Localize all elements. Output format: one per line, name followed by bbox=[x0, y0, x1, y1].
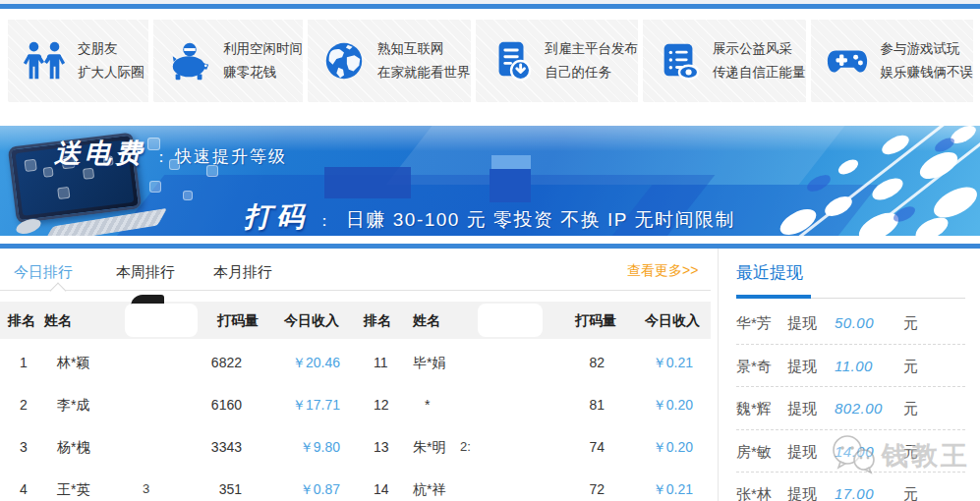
list-item: 华*芳 提现 50.00 元 bbox=[736, 302, 965, 345]
withdraw-action: 提现 bbox=[787, 485, 835, 501]
ranking-tabs: 今日排行 本周排行 本月排行 查看更多>> bbox=[0, 249, 711, 291]
table-row: 1 林*颖 6822 ￥20.46 11 毕*娟 82 ￥0.21 bbox=[0, 342, 711, 384]
promo1-text: 快速提升等级 bbox=[175, 145, 287, 168]
withdraw-name: 华*芳 bbox=[736, 314, 787, 333]
ranking-panel: 今日排行 本周排行 本月排行 查看更多>> 排名 姓名 打码量 今日收入 排名 … bbox=[0, 249, 719, 501]
withdraw-action: 提现 bbox=[787, 314, 835, 333]
volume-cell: 72 bbox=[550, 481, 605, 497]
withdraw-name: 张*林 bbox=[736, 485, 787, 501]
rank-cell: 13 bbox=[374, 439, 389, 455]
feature-line1: 交朋友 bbox=[78, 37, 144, 61]
feature-text: 熟知互联网 在家就能看世界 bbox=[377, 37, 471, 84]
withdraw-name: 魏*辉 bbox=[736, 400, 787, 418]
feature-game-trial[interactable]: 参与游戏试玩 娱乐赚钱俩不误 bbox=[811, 20, 974, 102]
banner-redaction bbox=[490, 169, 531, 202]
name-cell: 朱*明 bbox=[413, 439, 445, 457]
name-cell: * bbox=[425, 397, 430, 413]
feature-line1: 展示公益风采 bbox=[713, 37, 806, 61]
rank-cell: 11 bbox=[374, 355, 388, 370]
tab-month-ranking[interactable]: 本月排行 bbox=[213, 263, 272, 282]
feature-pocket-money[interactable]: 利用空闲时间 赚零花钱 bbox=[153, 20, 303, 102]
withdraw-action: 提现 bbox=[787, 358, 835, 376]
income-cell: ￥0.20 bbox=[614, 439, 693, 457]
banner-promo1: 送电费 ： 快速提升等级 bbox=[54, 136, 287, 171]
charity-list-icon bbox=[657, 38, 702, 84]
withdraw-unit: 元 bbox=[903, 485, 918, 501]
banner-decor-dot bbox=[916, 146, 962, 184]
rank-cell: 4 bbox=[20, 481, 28, 497]
withdraw-name: 房*敏 bbox=[736, 443, 787, 462]
promo-banner[interactable]: 送电费 ： 快速提升等级 打码 ： 日赚 30-100 元 零投资 不换 IP … bbox=[0, 126, 980, 236]
page: 交朋友 扩大人际圈 利用空闲时间 赚零花钱 bbox=[0, 0, 980, 501]
banner-decor-dot bbox=[892, 203, 918, 225]
withdrawals-list: 华*芳 提现 50.00 元 景*奇 提现 11.00 元 魏*辉 提现 802… bbox=[736, 302, 965, 501]
tab-today-ranking[interactable]: 今日排行 bbox=[14, 263, 73, 282]
piggy-bank-icon bbox=[167, 38, 212, 84]
feature-line1: 利用空闲时间 bbox=[223, 37, 303, 61]
redaction-blob bbox=[478, 304, 543, 337]
tab-week-ranking[interactable]: 本周排行 bbox=[116, 263, 175, 282]
feature-publish-task[interactable]: 到雇主平台发布 自己的任务 bbox=[476, 20, 639, 102]
income-cell: ￥20.46 bbox=[256, 355, 340, 372]
feature-line2: 传递自信正能量 bbox=[713, 61, 806, 84]
ranking-rows: 1 林*颖 6822 ￥20.46 11 毕*娟 82 ￥0.21 2 李*成 … bbox=[0, 342, 711, 501]
rank-cell: 1 bbox=[20, 355, 28, 370]
feature-make-friends[interactable]: 交朋友 扩大人际圈 bbox=[8, 20, 148, 102]
feature-line1: 到雇主平台发布 bbox=[546, 37, 639, 61]
income-cell: ￥17.71 bbox=[256, 397, 340, 415]
title-underline-blue bbox=[736, 295, 811, 299]
rank-cell: 14 bbox=[374, 481, 389, 497]
withdraw-amount: 17.00 bbox=[835, 485, 892, 501]
table-row: 2 李*成 6160 ￥17.71 12 * 81 ￥0.20 bbox=[0, 384, 711, 426]
income-cell: ￥0.21 bbox=[614, 355, 693, 372]
rank-cell: 2 bbox=[20, 397, 28, 413]
banner-decor-dot bbox=[836, 157, 860, 178]
promo2-separator: ： bbox=[317, 211, 332, 232]
redaction-blob bbox=[125, 304, 198, 337]
promo2-title: 打码 bbox=[244, 198, 309, 236]
col-name-left: 姓名 bbox=[44, 312, 72, 330]
withdraw-unit: 元 bbox=[903, 314, 918, 333]
feature-text: 到雇主平台发布 自己的任务 bbox=[546, 37, 639, 84]
name-cell: 李*成 bbox=[57, 397, 89, 415]
feature-charity[interactable]: 展示公益风采 传递自信正能量 bbox=[643, 20, 806, 102]
gamepad-icon bbox=[825, 38, 870, 84]
feature-text: 交朋友 扩大人际圈 bbox=[78, 37, 144, 84]
volume-cell: 74 bbox=[550, 439, 605, 455]
col-volume-left: 打码量 bbox=[217, 312, 259, 330]
table-row: 4 王*英 3 351 ￥0.87 14 杭*祥 72 ￥0.21 bbox=[0, 469, 711, 501]
content-area: 今日排行 本周排行 本月排行 查看更多>> 排名 姓名 打码量 今日收入 排名 … bbox=[0, 249, 980, 501]
feature-line2: 自己的任务 bbox=[546, 61, 639, 84]
withdraw-unit: 元 bbox=[903, 400, 918, 418]
income-cell: ￥9.80 bbox=[256, 439, 340, 457]
withdraw-amount: 11.00 bbox=[835, 358, 892, 374]
withdraw-name: 景*奇 bbox=[736, 358, 787, 376]
feature-internet[interactable]: 熟知互联网 在家就能看世界 bbox=[308, 20, 471, 102]
feature-text: 展示公益风采 传递自信正能量 bbox=[713, 37, 806, 84]
volume-cell: 81 bbox=[550, 397, 605, 413]
banner-redaction bbox=[324, 167, 411, 198]
redacted-fragment: 3 bbox=[143, 481, 149, 496]
name-cell: 杭*祥 bbox=[413, 481, 445, 499]
feature-line1: 参与游戏试玩 bbox=[881, 37, 974, 61]
handshake-people-icon bbox=[22, 38, 67, 84]
withdraw-unit: 元 bbox=[903, 443, 918, 462]
floating-app-icon bbox=[183, 191, 193, 200]
view-more-link[interactable]: 查看更多>> bbox=[627, 262, 698, 280]
top-blue-bar bbox=[0, 4, 980, 9]
col-income-right: 今日收入 bbox=[645, 312, 700, 330]
redacted-fragment: 2: bbox=[460, 439, 471, 454]
withdrawals-panel: 最近提现 华*芳 提现 50.00 元 景*奇 提现 11.00 元 魏*辉 bbox=[720, 249, 980, 501]
income-cell: ￥0.20 bbox=[614, 397, 693, 415]
name-cell: 杨*槐 bbox=[57, 439, 89, 457]
volume-cell: 351 bbox=[177, 481, 242, 497]
withdraw-action: 提现 bbox=[787, 400, 835, 418]
income-cell: ￥0.87 bbox=[256, 481, 340, 499]
floating-app-icon bbox=[149, 181, 161, 193]
name-cell: 王*英 bbox=[57, 481, 89, 499]
feature-line2: 扩大人际圈 bbox=[78, 61, 144, 84]
feature-line2: 娱乐赚钱俩不误 bbox=[881, 61, 974, 84]
name-cell: 林*颖 bbox=[57, 355, 89, 372]
volume-cell: 6822 bbox=[177, 355, 242, 370]
withdraw-amount: 14.00 bbox=[835, 443, 892, 460]
